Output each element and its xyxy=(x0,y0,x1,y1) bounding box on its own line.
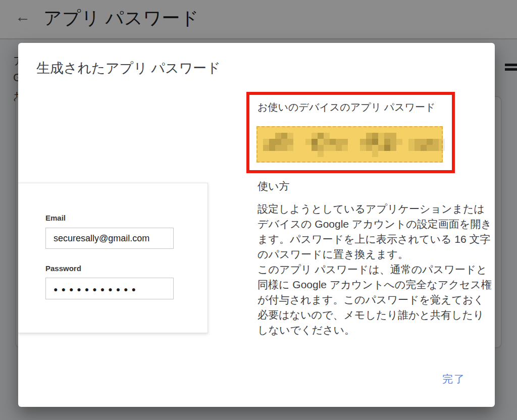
mosaic-cell xyxy=(408,139,415,145)
mosaic-cell xyxy=(372,151,378,157)
email-value: securesally@gmail.com xyxy=(54,233,149,244)
email-field[interactable]: securesally@gmail.com xyxy=(45,228,174,249)
mosaic-cell xyxy=(287,145,293,151)
mosaic-cell xyxy=(342,145,348,151)
email-label: Email xyxy=(45,214,66,222)
mosaic-cell xyxy=(378,145,384,151)
mosaic-cell xyxy=(269,139,275,145)
mosaic-cell xyxy=(408,145,415,151)
mosaic-cell xyxy=(269,145,275,151)
password-field[interactable]: ●●●●●●●●●●● xyxy=(45,278,174,299)
page: ← アプリ パスワード ア G お 生成されたアプリ パスワード お使いのデバイ… xyxy=(0,0,517,420)
mosaic-cell xyxy=(378,133,384,139)
mosaic-cell xyxy=(415,145,421,151)
mosaic-cell xyxy=(342,139,348,145)
mosaic-cell xyxy=(360,145,366,151)
usage-heading: 使い方 xyxy=(257,179,290,193)
mosaic-cell xyxy=(384,145,390,151)
mosaic-cell xyxy=(439,145,445,151)
app-password-label: お使いのデバイスのアプリ パスワード xyxy=(257,100,436,114)
mosaic-cell xyxy=(366,139,372,145)
mosaic-cell xyxy=(318,133,324,139)
mosaic-cell xyxy=(312,133,318,139)
mosaic-cell xyxy=(384,139,390,145)
mosaic-cell xyxy=(318,139,324,145)
mosaic-cell xyxy=(378,139,384,145)
mosaic-cell xyxy=(318,151,324,157)
usage-instructions: 設定しようとしているアプリケーションまたはデバイスの Google アカウントの… xyxy=(257,201,493,338)
mosaic-cell xyxy=(433,145,439,151)
mosaic-cell xyxy=(433,139,439,145)
mosaic-cell xyxy=(421,145,427,151)
mosaic-cell xyxy=(318,145,324,151)
dialog-title: 生成されたアプリ パスワード xyxy=(36,59,221,77)
mosaic-cell xyxy=(287,139,293,145)
mosaic-cell xyxy=(281,139,287,145)
mosaic-cell xyxy=(324,145,330,151)
usage-paragraph: このアプリ パスワードは、通常のパスワードと同様に Google アカウントへの… xyxy=(257,262,493,338)
generated-app-password-dialog: 生成されたアプリ パスワード お使いのデバイスのアプリ パスワード Email … xyxy=(18,43,495,407)
mosaic-cell xyxy=(336,139,342,145)
mosaic-cell xyxy=(281,145,287,151)
mosaic-cell xyxy=(324,133,330,139)
mosaic-cell xyxy=(390,139,396,145)
mosaic-cell xyxy=(312,139,318,145)
mosaic-cell xyxy=(330,139,336,145)
mosaic-cell xyxy=(372,145,378,151)
mosaic-cell xyxy=(275,133,281,139)
mosaic-cell xyxy=(390,145,396,151)
mosaic-cell xyxy=(305,139,312,145)
mosaic-cell xyxy=(263,139,269,145)
mosaic-cell xyxy=(421,139,427,145)
mosaic-cell xyxy=(415,139,421,145)
device-signin-illustration: Email securesally@gmail.com Password ●●●… xyxy=(18,183,208,333)
password-dots: ●●●●●●●●●●● xyxy=(54,284,139,293)
mosaic-cell xyxy=(287,133,293,139)
mosaic-cell xyxy=(427,139,433,145)
app-password-value-box[interactable] xyxy=(256,126,443,163)
mosaic-cell xyxy=(360,139,366,145)
mosaic-cell xyxy=(439,139,445,145)
mosaic-cell xyxy=(396,139,402,145)
mosaic-cell xyxy=(372,133,378,139)
mosaic-cell xyxy=(324,139,330,145)
mosaic-cell xyxy=(275,145,281,151)
mosaic-cell xyxy=(336,145,342,151)
mosaic-cell xyxy=(427,145,433,151)
mosaic-cell xyxy=(312,145,318,151)
mosaic-cell xyxy=(372,139,378,145)
mosaic-cell xyxy=(275,139,281,145)
redacted-password-mosaic xyxy=(263,133,445,157)
password-label: Password xyxy=(45,264,81,273)
mosaic-cell xyxy=(390,133,396,139)
done-button[interactable]: 完了 xyxy=(442,372,466,386)
mosaic-cell xyxy=(366,145,372,151)
mosaic-cell xyxy=(330,145,336,151)
mosaic-cell xyxy=(281,133,287,139)
mosaic-cell xyxy=(366,133,372,139)
usage-paragraph: 設定しようとしているアプリケーションまたはデバイスの Google アカウントの… xyxy=(257,201,493,262)
mosaic-cell xyxy=(384,133,390,139)
mosaic-cell xyxy=(263,145,269,151)
